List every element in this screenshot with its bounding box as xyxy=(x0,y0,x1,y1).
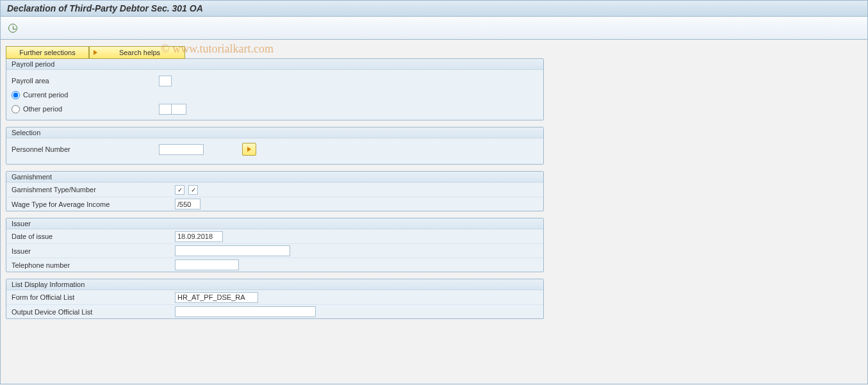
multiple-selection-button[interactable] xyxy=(242,143,256,156)
output-device-label: Output Device Official List xyxy=(12,308,175,316)
toolbar: © www.tutorialkart.com xyxy=(1,17,867,40)
arrow-right-icon xyxy=(94,50,97,55)
current-period-radio[interactable] xyxy=(12,91,20,99)
form-official-list-label: Form for Official List xyxy=(12,293,175,301)
wage-type-input[interactable] xyxy=(175,199,201,209)
date-of-issue-label: Date of issue xyxy=(12,233,175,240)
arrow-right-icon xyxy=(247,147,251,152)
issuer-group: Issuer Date of issue Issuer Telephone nu… xyxy=(6,218,544,272)
personnel-number-label: Personnel Number xyxy=(12,145,159,153)
other-period-input1[interactable] xyxy=(159,104,172,115)
garnishment-group: Garnishment Garnishment Type/Number ✓ ✓ … xyxy=(6,171,544,211)
personnel-number-input[interactable] xyxy=(159,144,204,155)
group-title: Payroll period xyxy=(6,59,543,70)
button-label: Search helps xyxy=(101,49,178,56)
telephone-label: Telephone number xyxy=(12,261,175,269)
other-period-radio[interactable] xyxy=(12,105,20,113)
group-title: List Display Information xyxy=(6,279,543,290)
search-helps-button[interactable]: Search helps xyxy=(89,46,185,59)
list-display-group: List Display Information Form for Offici… xyxy=(6,279,544,319)
date-of-issue-input[interactable] xyxy=(175,231,223,242)
execute-button[interactable] xyxy=(6,21,20,35)
payroll-area-label: Payroll area xyxy=(12,77,159,85)
payroll-period-group: Payroll period Payroll area Current peri… xyxy=(6,58,544,120)
page-title: Declaration of Third-Party Debtor Sec. 3… xyxy=(1,1,867,17)
selection-group: Selection Personnel Number xyxy=(6,127,544,165)
group-title: Issuer xyxy=(6,218,543,229)
other-period-label: Other period xyxy=(23,105,62,113)
issuer-label: Issuer xyxy=(12,247,175,255)
issuer-input[interactable] xyxy=(175,245,290,256)
button-label: Further selections xyxy=(19,49,75,56)
payroll-area-input[interactable] xyxy=(159,76,172,86)
garnishment-type-check1[interactable]: ✓ xyxy=(175,185,184,195)
output-device-input[interactable] xyxy=(175,306,316,317)
telephone-input[interactable] xyxy=(175,259,239,270)
group-title: Selection xyxy=(6,127,543,138)
garnishment-type-label: Garnishment Type/Number xyxy=(12,186,175,193)
other-period-input2[interactable] xyxy=(171,104,186,115)
form-official-list-input[interactable] xyxy=(175,292,258,303)
wage-type-label: Wage Type for Average Income xyxy=(12,201,175,208)
clock-icon xyxy=(8,24,17,33)
further-selections-button[interactable]: Further selections xyxy=(6,46,89,59)
group-title: Garnishment xyxy=(6,172,543,183)
current-period-label: Current period xyxy=(23,91,68,99)
garnishment-type-check2[interactable]: ✓ xyxy=(188,185,198,195)
